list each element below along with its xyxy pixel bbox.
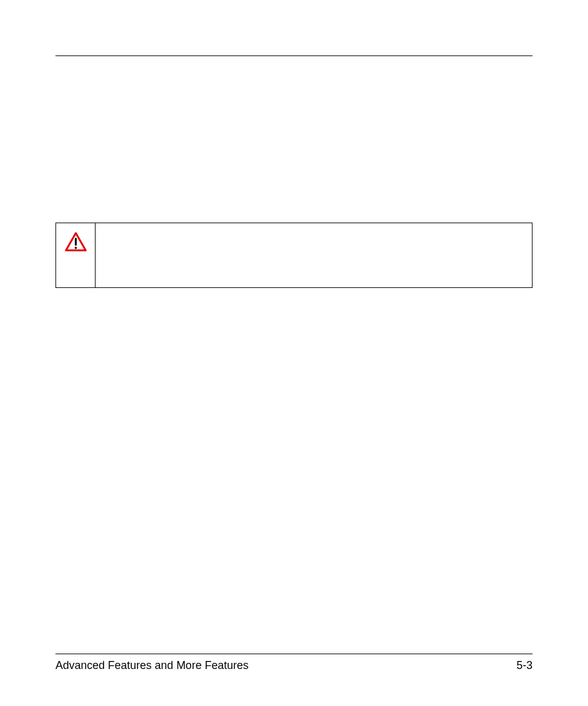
- footer-rule: [55, 654, 533, 654]
- warning-callout: [55, 223, 533, 288]
- svg-point-2: [75, 247, 77, 249]
- page-footer: Advanced Features and More Features 5-3: [55, 654, 533, 672]
- warning-icon: [65, 232, 87, 254]
- header-rule: [55, 55, 533, 56]
- callout-icon-cell: [56, 223, 96, 287]
- document-page: Advanced Features and More Features 5-3: [0, 0, 588, 706]
- footer-title: Advanced Features and More Features: [55, 659, 248, 672]
- callout-body: [96, 223, 532, 287]
- page-number: 5-3: [517, 659, 533, 672]
